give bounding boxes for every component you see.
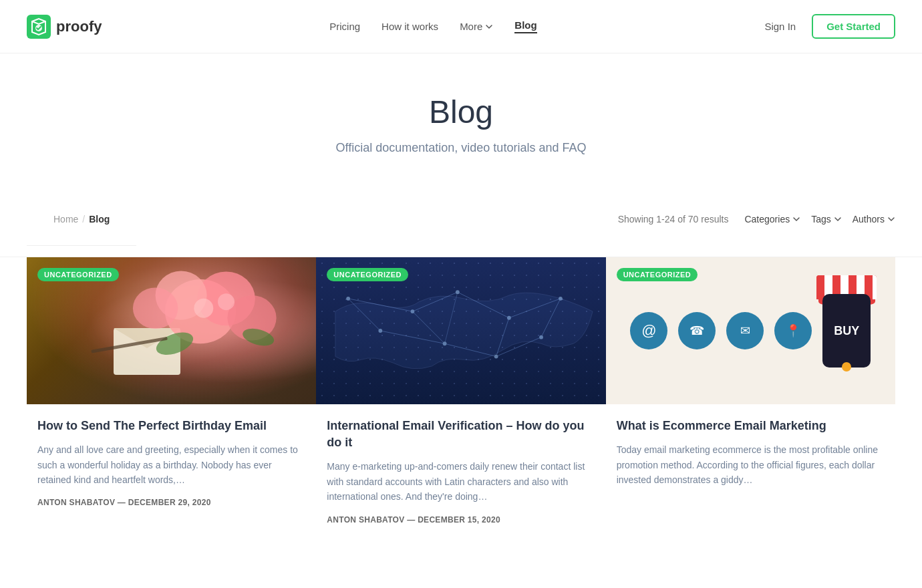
categories-chevron-icon (792, 215, 800, 223)
nav-links: Pricing How it works More Blog (329, 19, 536, 33)
shop-graphic: BUY (822, 294, 871, 368)
breadcrumb-bar: Home / Blog Showing 1-24 of 70 results C… (0, 182, 922, 257)
card-excerpt-3: Today email marketing ecommerce is the m… (617, 442, 885, 487)
at-sign-icon: @ (630, 312, 667, 349)
logo[interactable]: proofy (27, 15, 102, 39)
card-birthday-email: UNCATEGORIZED How to Send The Perfect Bi… (27, 257, 316, 535)
logo-text: proofy (56, 18, 102, 35)
card-image-wrap: UNCATEGORIZED (27, 257, 316, 404)
svg-point-8 (218, 293, 235, 310)
ecom-icons: @ ☎ ✉ 📍 (630, 312, 812, 349)
results-count: Showing 1-24 of 70 results (618, 214, 729, 225)
location-icon: 📍 (774, 312, 812, 349)
nav-item-blog[interactable]: Blog (514, 19, 536, 33)
card-image-wrap-2: UNCATEGORIZED (316, 257, 605, 404)
card-title-2[interactable]: International Email Verification – How d… (327, 418, 595, 451)
svg-point-6 (133, 287, 178, 329)
nav-actions: Sign In Get Started (764, 14, 895, 39)
card-body-3: What is Ecommerce Email Marketing Today … (606, 404, 895, 508)
get-started-button[interactable]: Get Started (812, 14, 895, 39)
phone-dot (842, 362, 851, 372)
card-badge: UNCATEGORIZED (37, 268, 119, 281)
cards-grid: UNCATEGORIZED How to Send The Perfect Bi… (0, 257, 922, 575)
svg-rect-11 (91, 337, 168, 353)
authors-filter-button[interactable]: Authors (853, 214, 895, 225)
breadcrumb-separator: / (82, 214, 85, 225)
tags-chevron-icon (834, 215, 842, 223)
card-badge-2: UNCATEGORIZED (327, 268, 408, 281)
nav-item-pricing[interactable]: Pricing (329, 21, 360, 32)
card-body-2: International Email Verification – How d… (316, 404, 605, 535)
breadcrumb-current: Blog (89, 214, 110, 225)
card-badge-3: UNCATEGORIZED (617, 268, 698, 281)
chevron-down-icon (485, 23, 493, 31)
card-meta: ANTON SHABATOV — DECEMBER 29, 2020 (37, 498, 305, 507)
phone-icon: ☎ (678, 312, 716, 349)
tags-filter-button[interactable]: Tags (811, 214, 842, 225)
card-image-wrap-3: @ ☎ ✉ 📍 (606, 257, 895, 404)
card-excerpt-2: Many e-marketing up-and-comers daily ren… (327, 459, 595, 504)
breadcrumb: Home / Blog (27, 192, 136, 246)
card-international-email: UNCATEGORIZED International Email Verifi… (316, 257, 605, 535)
authors-chevron-icon (887, 215, 895, 223)
hero-subtitle: Official documentation, video tutorials … (13, 141, 909, 155)
logo-icon (27, 15, 51, 39)
card-ecommerce-email: @ ☎ ✉ 📍 (606, 257, 895, 535)
card-title[interactable]: How to Send The Perfect Birthday Email (37, 418, 305, 434)
filters: Showing 1-24 of 70 results Categories Ta… (618, 214, 895, 225)
card-excerpt: Any and all love care and greeting, espe… (37, 442, 305, 487)
breadcrumb-home[interactable]: Home (53, 214, 78, 225)
card-body: How to Send The Perfect Birthday Email A… (27, 404, 316, 518)
sign-in-link[interactable]: Sign In (764, 21, 796, 32)
phone-screen-text: BUY (834, 324, 859, 338)
hero-section: Blog Official documentation, video tutor… (0, 53, 922, 182)
phone-body: BUY (822, 294, 871, 368)
card-title-3[interactable]: What is Ecommerce Email Marketing (617, 418, 885, 434)
nav-item-more[interactable]: More (460, 21, 493, 32)
hero-title: Blog (13, 94, 909, 130)
nav-item-how-it-works[interactable]: How it works (381, 21, 438, 32)
svg-point-7 (194, 299, 213, 318)
categories-filter-button[interactable]: Categories (744, 214, 800, 225)
navbar: proofy Pricing How it works More Blog Si… (0, 0, 922, 53)
email-icon: ✉ (726, 312, 764, 349)
card-meta-2: ANTON SHABATOV — DECEMBER 15, 2020 (327, 515, 595, 525)
